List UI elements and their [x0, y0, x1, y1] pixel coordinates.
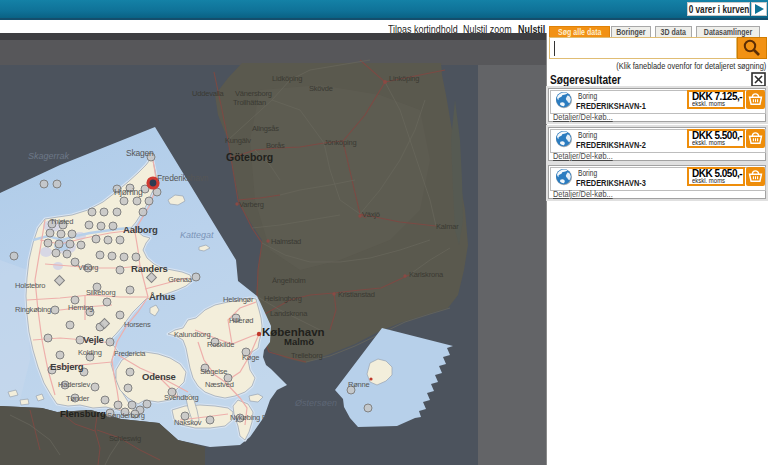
- svg-text:Odense: Odense: [142, 371, 176, 382]
- svg-text:Halmstad: Halmstad: [271, 237, 301, 246]
- svg-text:Helsingør: Helsingør: [223, 295, 254, 304]
- svg-text:Aalborg: Aalborg: [123, 224, 158, 235]
- svg-text:Ringkøbing: Ringkøbing: [15, 305, 51, 314]
- svg-text:Esbjerg: Esbjerg: [50, 361, 84, 372]
- svg-text:Viborg: Viborg: [78, 263, 98, 272]
- svg-text:Svendborg: Svendborg: [164, 393, 199, 402]
- svg-text:Roskilde: Roskilde: [207, 340, 234, 349]
- svg-text:Holstebro: Holstebro: [15, 281, 45, 290]
- svg-text:Skövde: Skövde: [309, 84, 333, 93]
- svg-text:Linköping: Linköping: [389, 74, 419, 83]
- svg-text:Rønne: Rønne: [348, 380, 370, 389]
- svg-text:Göteborg: Göteborg: [226, 151, 273, 163]
- svg-text:Växjö: Växjö: [362, 210, 380, 219]
- svg-text:Trelleborg: Trelleborg: [291, 351, 323, 360]
- svg-text:Århus: Århus: [149, 291, 175, 302]
- svg-text:Sønderborg: Sønderborg: [107, 411, 145, 420]
- svg-text:Horsens: Horsens: [124, 320, 151, 329]
- svg-text:Køge: Køge: [242, 353, 259, 362]
- svg-text:Uddevalla: Uddevalla: [192, 89, 225, 98]
- svg-text:Herning: Herning: [68, 303, 93, 312]
- svg-text:Malmö: Malmö: [284, 336, 314, 347]
- svg-text:Ängelholm: Ängelholm: [272, 276, 306, 285]
- svg-text:Kolding: Kolding: [78, 348, 102, 357]
- svg-text:Vejle: Vejle: [83, 334, 104, 345]
- svg-text:Karlskrona: Karlskrona: [409, 270, 444, 279]
- svg-text:Næstved: Næstved: [205, 380, 234, 389]
- svg-text:Skagen: Skagen: [126, 148, 154, 158]
- svg-text:Hillerød: Hillerød: [229, 316, 253, 325]
- svg-text:Flensburg: Flensburg: [60, 408, 106, 419]
- svg-text:Nakskov: Nakskov: [174, 418, 202, 427]
- svg-text:Landskrona: Landskrona: [270, 309, 308, 318]
- svg-text:Østersøen: Østersøen: [294, 398, 337, 408]
- svg-text:Kattegat: Kattegat: [180, 230, 214, 240]
- svg-text:Grenaa: Grenaa: [168, 275, 193, 284]
- svg-text:Tønder: Tønder: [66, 394, 90, 403]
- svg-text:Kalundborg: Kalundborg: [174, 330, 210, 339]
- svg-text:Trollhättan: Trollhättan: [233, 98, 266, 107]
- svg-text:Jönköping: Jönköping: [324, 138, 356, 147]
- svg-text:Kungälv: Kungälv: [225, 136, 251, 145]
- svg-text:Thisted: Thisted: [50, 217, 73, 226]
- svg-text:Kalmar: Kalmar: [436, 222, 459, 231]
- svg-text:Randers: Randers: [131, 263, 168, 274]
- svg-text:Silkeborg: Silkeborg: [86, 288, 115, 297]
- svg-text:Frederikshavn: Frederikshavn: [157, 173, 209, 183]
- svg-text:Nykøbing F: Nykøbing F: [230, 413, 267, 422]
- svg-text:Haderslev: Haderslev: [58, 380, 90, 389]
- svg-text:Vänersborg: Vänersborg: [235, 89, 272, 98]
- svg-text:Kristianstad: Kristianstad: [338, 290, 375, 299]
- svg-text:Lidköping: Lidköping: [272, 74, 302, 83]
- svg-text:Alingsås: Alingsås: [252, 124, 279, 133]
- svg-text:Skagerrak: Skagerrak: [28, 151, 70, 161]
- svg-text:Borås: Borås: [266, 141, 285, 150]
- svg-text:Hjørring: Hjørring: [114, 187, 143, 197]
- svg-text:Fredericia: Fredericia: [114, 349, 146, 358]
- svg-text:Helsingborg: Helsingborg: [264, 294, 302, 303]
- svg-text:Varberg: Varberg: [239, 200, 264, 209]
- svg-text:Schleswig: Schleswig: [109, 434, 141, 443]
- svg-text:Slagelse: Slagelse: [200, 367, 227, 376]
